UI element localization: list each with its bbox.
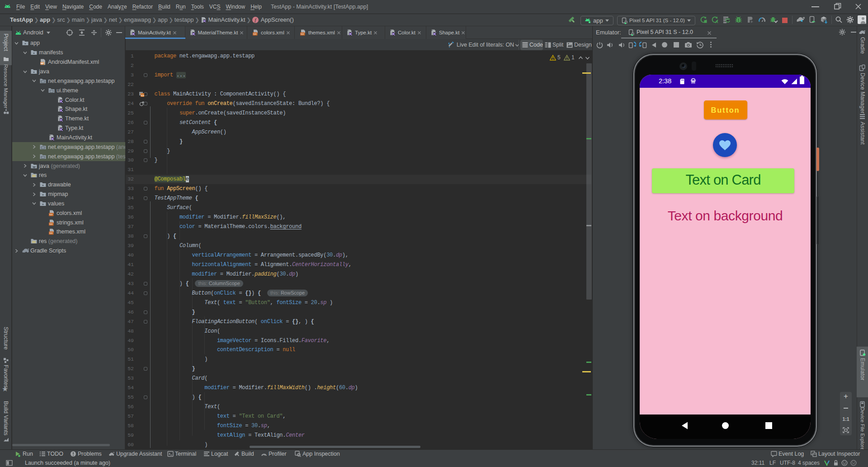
svg-text:<>: <> [49, 223, 53, 226]
svg-text:MF: MF [41, 62, 45, 65]
svg-text:<>: <> [49, 232, 53, 235]
svg-text:<>: <> [141, 94, 145, 97]
svg-text:<>: <> [253, 33, 257, 36]
svg-text:<>: <> [49, 213, 53, 216]
svg-text:<>: <> [301, 33, 304, 36]
